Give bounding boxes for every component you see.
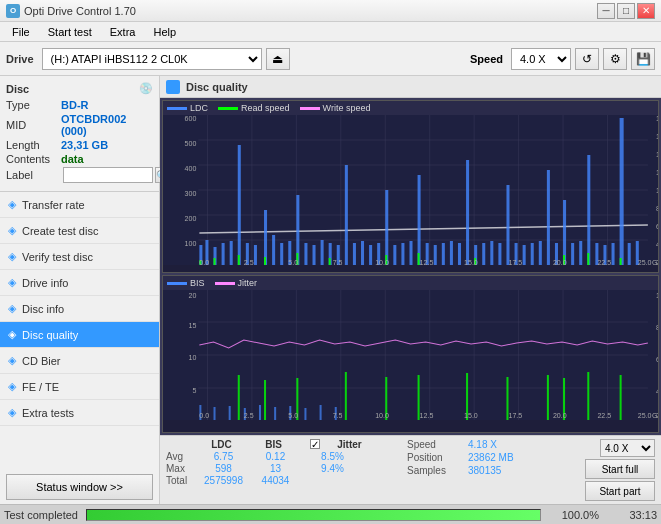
app-title: Opti Drive Control 1.70: [24, 5, 136, 17]
sidebar-item-disc-quality[interactable]: ◈ Disc quality: [0, 322, 159, 348]
close-button[interactable]: ✕: [637, 3, 655, 19]
svg-text:8%: 8%: [656, 324, 658, 331]
label-label: Label: [6, 169, 61, 181]
svg-rect-50: [345, 165, 348, 265]
svg-text:10: 10: [188, 354, 196, 361]
extra-tests-icon: ◈: [8, 406, 16, 419]
type-value: BD-R: [61, 99, 89, 111]
sidebar-item-extra-tests[interactable]: ◈ Extra tests: [0, 400, 159, 426]
svg-text:14X: 14X: [656, 151, 658, 158]
menu-start-test[interactable]: Start test: [40, 24, 100, 40]
svg-text:22.5: 22.5: [597, 412, 611, 419]
svg-rect-148: [229, 406, 231, 420]
svg-rect-58: [409, 241, 412, 265]
refresh-button[interactable]: ↺: [575, 48, 599, 70]
create-test-disc-label: Create test disc: [22, 225, 98, 237]
bis-header: BIS: [251, 439, 296, 450]
save-button[interactable]: 💾: [631, 48, 655, 70]
charts-container: LDC Read speed Write speed: [160, 98, 661, 435]
fe-te-label: FE / TE: [22, 381, 59, 393]
svg-text:12.5: 12.5: [420, 259, 434, 265]
menu-extra[interactable]: Extra: [102, 24, 144, 40]
disc-header: Disc 💿: [6, 82, 153, 95]
disc-label-input[interactable]: [63, 167, 153, 183]
svg-text:15.0: 15.0: [464, 259, 478, 265]
svg-rect-75: [547, 170, 550, 265]
nav-items: ◈ Transfer rate ◈ Create test disc ◈ Ver…: [0, 192, 159, 470]
svg-rect-53: [369, 245, 372, 265]
svg-text:10.0: 10.0: [375, 259, 389, 265]
svg-rect-57: [401, 243, 404, 265]
stats-headers: LDC BIS ✓ Jitter: [194, 439, 377, 450]
progress-percent: 100.0%: [549, 509, 599, 521]
chart1-svg: 600 500 400 300 200 100 18X 16X 14X 12X …: [163, 115, 658, 265]
svg-text:17.5: 17.5: [508, 259, 522, 265]
disc-info-nav-label: Disc info: [22, 303, 64, 315]
disc-contents-row: Contents data: [6, 153, 153, 165]
menu-file[interactable]: File: [4, 24, 38, 40]
sidebar-item-transfer-rate[interactable]: ◈ Transfer rate: [0, 192, 159, 218]
drive-select[interactable]: (H:) ATAPI iHBS112 2 CL0K: [42, 48, 262, 70]
samples-stat-row: Samples 380135: [407, 465, 514, 476]
svg-rect-35: [222, 243, 225, 265]
svg-rect-39: [254, 245, 257, 265]
svg-rect-135: [264, 380, 266, 420]
create-test-disc-icon: ◈: [8, 224, 16, 237]
svg-rect-92: [329, 258, 331, 265]
maximize-button[interactable]: □: [617, 3, 635, 19]
svg-rect-63: [450, 241, 453, 265]
menu-help[interactable]: Help: [145, 24, 184, 40]
disc-title: Disc: [6, 83, 29, 95]
svg-rect-147: [214, 407, 216, 420]
svg-rect-70: [506, 185, 509, 265]
disc-quality-label: Disc quality: [22, 329, 78, 341]
svg-text:10%: 10%: [656, 292, 658, 299]
max-jitter: 9.4%: [300, 463, 365, 474]
minimize-button[interactable]: ─: [597, 3, 615, 19]
sidebar-item-verify-test-disc[interactable]: ◈ Verify test disc: [0, 244, 159, 270]
svg-rect-83: [612, 243, 615, 265]
sidebar-item-fe-te[interactable]: ◈ FE / TE: [0, 374, 159, 400]
svg-rect-41: [272, 235, 275, 265]
stats-max-row: Max 598 13 9.4%: [166, 463, 377, 474]
svg-text:4X: 4X: [656, 241, 658, 248]
svg-text:20: 20: [188, 292, 196, 299]
sidebar-item-cd-bier[interactable]: ◈ CD Bier: [0, 348, 159, 374]
avg-ldc: 6.75: [196, 451, 251, 462]
total-ldc: 2575998: [196, 475, 251, 486]
svg-rect-62: [442, 243, 445, 265]
samples-stat-val: 380135: [468, 465, 501, 476]
max-label: Max: [166, 463, 194, 474]
jitter-checkbox[interactable]: ✓: [310, 439, 320, 449]
disc-info-icon: ◈: [8, 302, 16, 315]
svg-text:10X: 10X: [656, 187, 658, 194]
speed-stat-row: Speed 4.18 X: [407, 439, 514, 450]
total-bis: 44034: [253, 475, 298, 486]
svg-text:6X: 6X: [656, 223, 658, 230]
chart2-area: 20 15 10 5 10% 8% 6% 4% 2%: [163, 290, 658, 420]
chart1-area: 600 500 400 300 200 100 18X 16X 14X 12X …: [163, 115, 658, 265]
start-part-button[interactable]: Start part: [585, 481, 655, 501]
avg-bis: 0.12: [253, 451, 298, 462]
stats-bar: LDC BIS ✓ Jitter Avg 6.75 0.12 8.5% Max …: [160, 435, 661, 504]
disc-type-row: Type BD-R: [6, 99, 153, 111]
jitter-header: Jitter: [322, 439, 377, 450]
action-speed-select[interactable]: 4.0 X: [600, 439, 655, 457]
speed-stat-val: 4.18 X: [468, 439, 497, 450]
sidebar-item-create-test-disc[interactable]: ◈ Create test disc: [0, 218, 159, 244]
start-full-button[interactable]: Start full: [585, 459, 655, 479]
svg-text:8X: 8X: [656, 205, 658, 212]
settings-button[interactable]: ⚙: [603, 48, 627, 70]
disc-info-panel: Disc 💿 Type BD-R MID OTCBDR002 (000) Len…: [0, 76, 159, 192]
svg-rect-145: [620, 375, 622, 420]
stats-total-row: Total 2575998 44034: [166, 475, 377, 486]
svg-rect-46: [313, 245, 316, 265]
eject-button[interactable]: ⏏: [266, 48, 290, 70]
status-window-button[interactable]: Status window >>: [6, 474, 153, 500]
speed-select[interactable]: 4.0 X: [511, 48, 571, 70]
svg-text:15: 15: [188, 322, 196, 329]
svg-text:16X: 16X: [656, 133, 658, 140]
sidebar-item-disc-info[interactable]: ◈ Disc info: [0, 296, 159, 322]
sidebar-item-drive-info[interactable]: ◈ Drive info: [0, 270, 159, 296]
svg-rect-40: [264, 210, 267, 265]
